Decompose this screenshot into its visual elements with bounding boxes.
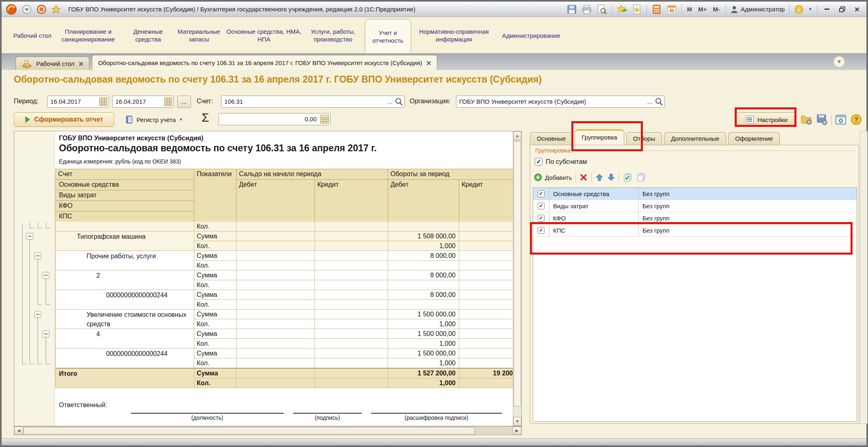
grouping-row-2[interactable]: ✓Виды затратБез групп bbox=[533, 200, 857, 212]
settings-scrollbar[interactable] bbox=[860, 131, 868, 424]
row-checkbox[interactable]: ✓ bbox=[538, 215, 545, 222]
memory-subtract-button[interactable]: M- bbox=[712, 6, 721, 13]
register-button[interactable]: Регистр учета ▼ bbox=[122, 113, 186, 126]
report-row[interactable]: 00000000000000244Сумма8 000,00Кол. bbox=[56, 290, 513, 310]
report-row[interactable]: Кол. bbox=[56, 222, 513, 231]
calendar-icon[interactable]: 31 bbox=[666, 4, 677, 15]
report-row-lines: Сумма8 000,00Кол. bbox=[194, 251, 513, 270]
tab-list-dropdown-button[interactable]: ▼ bbox=[833, 56, 845, 68]
favorite-page-icon[interactable] bbox=[631, 4, 642, 15]
report-variants-icon[interactable] bbox=[835, 113, 847, 126]
save-icon[interactable] bbox=[566, 4, 577, 15]
scroll-down-button[interactable]: ▼ bbox=[513, 417, 521, 426]
account-input[interactable]: 106.31 ... bbox=[221, 96, 405, 108]
current-user[interactable]: Администратор bbox=[730, 5, 785, 13]
section-tab-8[interactable]: Нормативно-справочная информация bbox=[411, 17, 497, 53]
date-to-input[interactable]: 16.04.2017 bbox=[112, 96, 174, 108]
print-preview-icon[interactable] bbox=[597, 4, 607, 15]
tab-close-icon[interactable]: × bbox=[78, 60, 83, 68]
period-more-button[interactable]: ... bbox=[177, 96, 191, 108]
cell-saldo-debit bbox=[237, 222, 315, 231]
window-tab-1[interactable]: Рабочий стол× bbox=[15, 57, 89, 70]
info-icon[interactable]: i bbox=[794, 4, 804, 14]
section-tab-2[interactable]: Планирование и санкционирование bbox=[52, 17, 125, 53]
uncheck-all-button[interactable] bbox=[636, 172, 646, 182]
section-tab-4[interactable]: Материальные запасы bbox=[171, 17, 226, 53]
memory-add-button[interactable]: M+ bbox=[697, 6, 707, 13]
report-row-label: Прочие работы, услуги bbox=[56, 251, 194, 270]
account-search-icon[interactable] bbox=[395, 97, 404, 107]
date-picker-icon[interactable] bbox=[164, 97, 173, 107]
move-down-button[interactable] bbox=[607, 173, 615, 181]
date-from-input[interactable]: 16.04.2017 bbox=[47, 96, 109, 108]
minimize-button[interactable] bbox=[822, 5, 832, 14]
horizontal-scroll-thumb[interactable] bbox=[24, 427, 475, 434]
date-picker-icon[interactable] bbox=[99, 97, 108, 107]
sum-input[interactable]: 0,00 bbox=[219, 113, 331, 125]
cell-indicator: Сумма bbox=[194, 369, 237, 378]
settings-tab-4[interactable]: Дополнительные bbox=[664, 132, 726, 145]
memory-recall-button[interactable]: M bbox=[686, 6, 693, 13]
report-row[interactable]: 00000000000000244Сумма1 500 000,00Кол.1,… bbox=[56, 349, 513, 368]
report-horizontal-scrollbar[interactable]: ◀ ▶ bbox=[14, 426, 522, 435]
restore-button[interactable] bbox=[837, 5, 847, 14]
by-subaccounts-checkbox[interactable]: ✓ bbox=[535, 158, 542, 166]
calculator-button-icon[interactable] bbox=[320, 114, 330, 124]
section-tab-1[interactable]: Рабочий стол bbox=[13, 17, 52, 53]
save-settings-icon[interactable] bbox=[816, 113, 828, 126]
home-button[interactable] bbox=[37, 4, 46, 14]
grouping-row-4[interactable]: ✓КПСБез групп bbox=[533, 225, 857, 237]
settings-tab-2[interactable]: Группировка bbox=[575, 129, 624, 145]
row-checkbox[interactable]: ✓ bbox=[538, 190, 545, 197]
scroll-up-button[interactable]: ▲ bbox=[513, 131, 521, 140]
report-row[interactable]: Типографская машинаСумма1 508 000,00Кол.… bbox=[56, 231, 513, 251]
report-row[interactable]: Прочие работы, услугиСумма8 000,00Кол. bbox=[56, 251, 513, 270]
info-dropdown-icon[interactable]: ▼ bbox=[808, 7, 812, 11]
report-row[interactable]: 2Сумма8 000,00Кол. bbox=[56, 270, 513, 290]
load-settings-icon[interactable] bbox=[801, 113, 813, 126]
print-icon[interactable] bbox=[582, 4, 592, 15]
close-button[interactable]: × bbox=[852, 5, 862, 14]
settings-tab-1[interactable]: Основные bbox=[530, 132, 573, 145]
organization-search-icon[interactable] bbox=[655, 97, 664, 107]
report-row[interactable]: Увеличение стоимости основных средствСум… bbox=[56, 310, 513, 329]
grouping-row-3[interactable]: ✓КФОБез групп bbox=[533, 212, 857, 225]
generate-report-button[interactable]: Сформировать отчет bbox=[14, 112, 114, 127]
window-tab-2[interactable]: Оборотно-сальдовая ведомость по счету 10… bbox=[92, 55, 437, 70]
calculator-icon[interactable] bbox=[651, 4, 662, 15]
vertical-scroll-thumb[interactable] bbox=[514, 141, 521, 406]
row-checkbox[interactable]: ✓ bbox=[538, 203, 545, 209]
organization-input[interactable]: ГОБУ ВПО Университет искусств (Субсидия)… bbox=[456, 96, 665, 108]
section-tab-5[interactable]: Основные средства, НМА, НПА bbox=[226, 17, 302, 53]
check-all-button[interactable] bbox=[623, 172, 633, 182]
add-favorite-icon[interactable] bbox=[616, 4, 627, 15]
main-menu-button[interactable] bbox=[22, 4, 32, 14]
grouping-row-1[interactable]: ✓Основные средстваБез групп bbox=[533, 188, 857, 200]
delete-button[interactable] bbox=[579, 173, 588, 181]
grouping-tree[interactable] bbox=[14, 218, 55, 385]
section-tab-7[interactable]: Учет и отчетность bbox=[365, 19, 411, 53]
account-select-button[interactable]: ... bbox=[385, 97, 394, 107]
section-tab-3[interactable]: Денежные средства bbox=[125, 17, 171, 53]
section-tab-9[interactable]: Администрирование bbox=[497, 17, 566, 53]
by-subaccounts-row[interactable]: ✓ По субсчетам bbox=[535, 158, 587, 166]
scroll-right-button[interactable]: ▶ bbox=[512, 427, 521, 435]
settings-tab-3[interactable]: Отборы bbox=[626, 132, 662, 145]
add-button[interactable]: Добавить bbox=[534, 173, 572, 182]
organization-select-button[interactable]: ... bbox=[645, 97, 654, 107]
cell-saldo-credit bbox=[315, 231, 388, 241]
move-up-button[interactable] bbox=[595, 173, 603, 181]
settings-tab-5[interactable]: Оформление bbox=[728, 132, 780, 145]
report-vertical-scrollbar[interactable]: ▲ ▼ bbox=[513, 131, 521, 426]
help-icon[interactable]: ? bbox=[850, 113, 862, 126]
settings-button[interactable]: Настройки bbox=[736, 112, 796, 127]
tab-close-icon[interactable]: × bbox=[426, 59, 431, 67]
favorites-star-icon[interactable] bbox=[51, 4, 61, 14]
report-row[interactable]: ИтогоСумма1 527 200,0019 200Кол.1,000 bbox=[56, 368, 513, 388]
report-row[interactable]: 4Сумма1 500 000,00Кол.1,000 bbox=[56, 329, 513, 349]
section-tab-6[interactable]: Услуги, работы, производство bbox=[302, 17, 365, 53]
scroll-left-button[interactable]: ◀ bbox=[14, 427, 23, 435]
report-row-lines: Сумма1 500 000,00Кол.1,000 bbox=[194, 349, 513, 368]
cell-turnover-credit: 19 200 bbox=[459, 369, 513, 378]
row-checkbox[interactable]: ✓ bbox=[538, 227, 545, 234]
